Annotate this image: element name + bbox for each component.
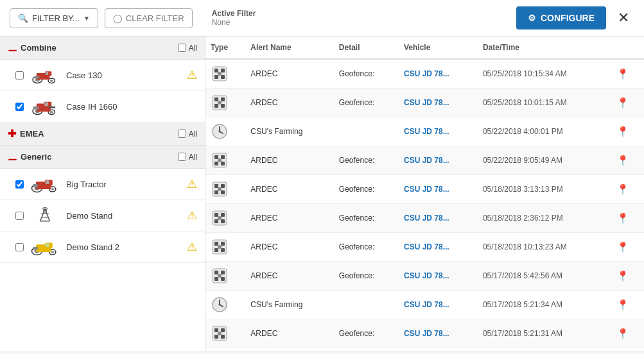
- configure-button[interactable]: ⚙ CONFIGURE: [516, 6, 606, 30]
- location-pin-icon[interactable]: 📍: [616, 299, 629, 310]
- location-pin-icon[interactable]: 📍: [616, 69, 629, 80]
- expand-icon[interactable]: ✚: [8, 128, 16, 140]
- alert-name-cell: ARDEC: [245, 319, 333, 348]
- location-pin-icon[interactable]: 📍: [616, 213, 629, 224]
- svg-rect-77: [221, 248, 225, 252]
- svg-rect-58: [214, 162, 218, 165]
- pin-cell[interactable]: 📍: [611, 233, 644, 262]
- collapse-icon[interactable]: ⚊: [8, 42, 17, 54]
- alert-type-cell: [205, 291, 245, 319]
- location-pin-icon[interactable]: 📍: [616, 242, 629, 253]
- svg-rect-16: [49, 106, 55, 108]
- bigtractor-checkbox[interactable]: [15, 180, 24, 189]
- demostand-name: Demo Stand: [66, 211, 187, 221]
- vehicle-link[interactable]: CSU JD 78...: [404, 329, 449, 338]
- alert-detail-cell: [334, 291, 399, 319]
- demostand2-checkbox[interactable]: [15, 243, 24, 251]
- caseih1660-name: Case IH 1660: [66, 102, 197, 112]
- group-emea: ✚ EMEA All: [0, 122, 205, 146]
- location-pin-icon[interactable]: 📍: [616, 155, 629, 166]
- table-row: ARDECGeofence:CSU JD 78...05/18/2018 3:1…: [205, 175, 644, 204]
- svg-rect-81: [221, 271, 225, 274]
- clear-filter-button[interactable]: ◯ CLEAR FILTER: [105, 8, 193, 28]
- vehicle-cell[interactable]: CSU JD 78...: [399, 175, 478, 204]
- vehicle-cell[interactable]: CSU JD 78...: [399, 88, 478, 117]
- vehicle-link[interactable]: CSU JD 78...: [404, 242, 449, 251]
- vehicle-link[interactable]: CSU JD 78...: [404, 98, 449, 107]
- svg-point-84: [218, 274, 222, 278]
- pin-cell[interactable]: 📍: [611, 291, 644, 319]
- vehicle-cell[interactable]: CSU JD 78...: [399, 319, 478, 348]
- svg-rect-71: [221, 219, 225, 223]
- vehicle-cell[interactable]: CSU JD 78...: [399, 262, 478, 291]
- vehicle-link[interactable]: CSU JD 78...: [404, 214, 449, 223]
- vehicle-link[interactable]: CSU JD 78...: [404, 69, 449, 78]
- vehicle-link[interactable]: CSU JD 78...: [404, 271, 449, 280]
- geofence-icon: [211, 94, 229, 112]
- location-pin-icon[interactable]: 📍: [616, 97, 629, 108]
- sidebar: ⚊ Combine All: [0, 37, 205, 351]
- location-pin-icon[interactable]: 📍: [616, 126, 629, 137]
- vehicle-link[interactable]: CSU JD 78...: [404, 300, 449, 309]
- demostand-checkbox[interactable]: [15, 212, 24, 220]
- datetime-cell: 05/25/2018 10:15:34 AM: [478, 59, 611, 88]
- vehicle-link[interactable]: CSU JD 78...: [404, 127, 449, 136]
- gear-icon: ⚙: [528, 13, 536, 23]
- vehicle-link[interactable]: CSU JD 78...: [404, 156, 449, 165]
- pin-cell[interactable]: 📍: [611, 59, 644, 88]
- table-row: ARDECGeofence:CSU JD 78...05/16/2018 2:4…: [205, 348, 644, 351]
- pin-cell[interactable]: 📍: [611, 117, 644, 146]
- svg-rect-6: [46, 72, 48, 75]
- pin-cell[interactable]: 📍: [611, 204, 644, 233]
- svg-rect-63: [221, 184, 225, 188]
- svg-rect-47: [221, 97, 225, 101]
- svg-rect-38: [33, 247, 38, 249]
- vehicle-cell[interactable]: CSU JD 78...: [399, 233, 478, 262]
- collapse-icon-generic[interactable]: ⚊: [8, 151, 17, 163]
- combine-all-checkbox[interactable]: [178, 44, 186, 52]
- caseih1660-checkbox[interactable]: [15, 103, 24, 111]
- pin-cell[interactable]: 📍: [611, 175, 644, 204]
- geofence-icon: [211, 65, 229, 83]
- vehicle-link[interactable]: CSU JD 78...: [404, 185, 449, 194]
- case130-name: Case 130: [66, 71, 187, 80]
- table-row: ARDECGeofence:CSU JD 78...05/25/2018 10:…: [205, 59, 644, 88]
- svg-rect-15: [33, 106, 39, 109]
- svg-rect-7: [35, 76, 39, 78]
- emea-all-label: All: [189, 130, 197, 139]
- vehicle-cell[interactable]: CSU JD 78...: [399, 204, 478, 233]
- table-row: ARDECGeofence:CSU JD 78...05/25/2018 10:…: [205, 88, 644, 117]
- vehicle-cell[interactable]: CSU JD 78...: [399, 117, 478, 146]
- pin-cell[interactable]: 📍: [611, 319, 644, 348]
- svg-rect-93: [221, 335, 225, 339]
- table-row: ARDECGeofence:CSU JD 78...05/22/2018 9:0…: [205, 146, 644, 175]
- svg-line-26: [45, 209, 49, 221]
- vehicle-cell[interactable]: CSU JD 78...: [399, 146, 478, 175]
- alert-detail-cell: Geofence:: [334, 319, 399, 348]
- list-item: Case IH 1660: [0, 91, 205, 122]
- location-pin-icon[interactable]: 📍: [616, 271, 629, 282]
- emea-all-checkbox[interactable]: [178, 130, 186, 138]
- vehicle-cell[interactable]: CSU JD 78...: [399, 291, 478, 319]
- close-button[interactable]: ✕: [613, 6, 634, 30]
- svg-rect-59: [221, 162, 225, 165]
- generic-all-checkbox[interactable]: [178, 153, 186, 161]
- svg-rect-82: [214, 277, 218, 281]
- pin-cell[interactable]: 📍: [611, 348, 644, 351]
- vehicle-cell[interactable]: CSU JD 78...: [399, 59, 478, 88]
- pin-cell[interactable]: 📍: [611, 262, 644, 291]
- pin-cell[interactable]: 📍: [611, 88, 644, 117]
- vehicle-cell[interactable]: CSU JD 78...: [399, 348, 478, 351]
- alert-type-cell: [205, 204, 245, 233]
- location-pin-icon[interactable]: 📍: [616, 184, 629, 195]
- case130-checkbox[interactable]: [15, 71, 24, 80]
- svg-point-94: [218, 332, 222, 335]
- table-header-row: Type Alert Name Detail Vehicle Date/Time: [205, 37, 644, 59]
- search-icon: 🔍: [18, 13, 28, 23]
- list-item: Case 130 ⚠: [0, 60, 205, 91]
- pin-cell[interactable]: 📍: [611, 146, 644, 175]
- location-pin-icon[interactable]: 📍: [616, 328, 629, 339]
- svg-rect-68: [214, 213, 218, 217]
- filter-by-button[interactable]: 🔍 FILTER BY... ▼: [10, 8, 98, 28]
- vehicle-icon-bigtractor: [30, 174, 60, 194]
